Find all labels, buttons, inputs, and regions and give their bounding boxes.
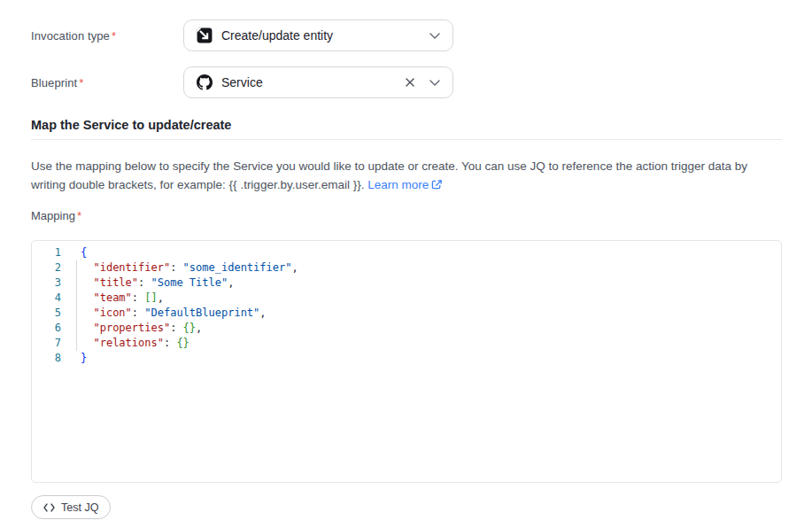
code-lines: 1{2 "identifier": "some_identifier",3 "t…: [32, 245, 781, 366]
line-number: 7: [32, 336, 61, 351]
divider: [31, 139, 782, 140]
line-number: 4: [32, 291, 61, 306]
action-mapping-form: Invocation type* Create/update entity Bl…: [0, 0, 812, 528]
mapping-label: Mapping*: [31, 209, 81, 222]
required-asterisk: *: [79, 76, 83, 89]
mapping-code-editor[interactable]: 1{2 "identifier": "some_identifier",3 "t…: [31, 240, 782, 483]
learn-more-link[interactable]: Learn more: [367, 178, 429, 191]
blueprint-label-text: Blueprint: [31, 76, 77, 89]
code-content: }: [81, 351, 87, 366]
blueprint-select[interactable]: Service: [183, 66, 453, 98]
external-link-icon: [431, 177, 443, 196]
code-content: "identifier": "some_identifier",: [81, 260, 298, 276]
required-asterisk: *: [77, 209, 81, 222]
blueprint-label: Blueprint*: [31, 66, 83, 98]
invocation-type-label-text: Invocation type: [31, 29, 110, 43]
code-content: "title": "Some Title",: [81, 276, 234, 291]
invocation-type-label: Invocation type*: [31, 19, 116, 51]
invocation-type-select[interactable]: Create/update entity: [183, 19, 453, 51]
line-number: 1: [32, 245, 61, 260]
clear-icon[interactable]: [405, 77, 415, 88]
line-number: 2: [32, 260, 61, 276]
line-number: 5: [32, 306, 61, 321]
code-content: "relations": {}: [81, 336, 189, 351]
entity-icon: [197, 27, 213, 43]
code-line[interactable]: 5 "icon": "DefaultBlueprint",: [32, 306, 781, 321]
code-content: "icon": "DefaultBlueprint",: [81, 306, 267, 321]
test-jq-button-label: Test JQ: [61, 501, 98, 514]
code-line[interactable]: 6 "properties": {},: [32, 321, 781, 336]
chevron-down-icon: [429, 80, 440, 86]
code-content: {: [81, 245, 87, 260]
code-line[interactable]: 4 "team": [],: [32, 291, 781, 306]
blueprint-value: Service: [221, 75, 396, 89]
test-jq-button[interactable]: Test JQ: [31, 495, 111, 519]
code-line[interactable]: 7 "relations": {}: [32, 336, 781, 351]
indent-guide: [76, 260, 77, 351]
line-number: 3: [32, 276, 61, 291]
mapping-description: Use the mapping below to specify the Ser…: [31, 157, 782, 196]
code-content: "team": [],: [81, 291, 164, 306]
code-line[interactable]: 2 "identifier": "some_identifier",: [32, 260, 781, 276]
line-number: 8: [32, 351, 61, 366]
code-line[interactable]: 1{: [32, 245, 781, 260]
invocation-type-value: Create/update entity: [221, 28, 421, 43]
code-icon: [43, 503, 55, 512]
code-line[interactable]: 3 "title": "Some Title",: [32, 276, 781, 291]
section-heading: Map the Service to update/create: [31, 118, 231, 132]
required-asterisk: *: [112, 29, 116, 43]
line-number: 6: [32, 321, 61, 336]
code-line[interactable]: 8}: [32, 351, 781, 366]
mapping-label-text: Mapping: [31, 209, 75, 222]
github-icon: [197, 74, 213, 90]
chevron-down-icon: [429, 33, 440, 39]
code-content: "properties": {},: [81, 321, 202, 336]
